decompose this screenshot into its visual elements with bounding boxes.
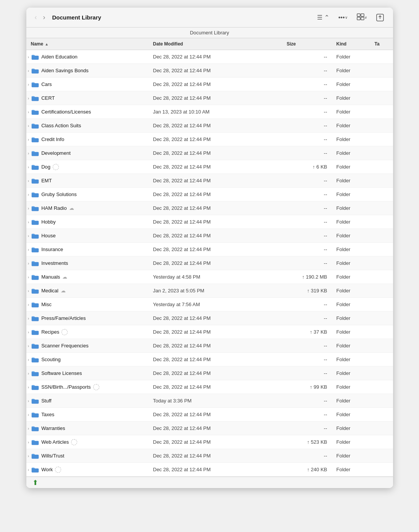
table-row[interactable]: › Aiden EducationDec 28, 2022 at 12:44 P… [26, 50, 393, 64]
svg-rect-0 [357, 14, 360, 16]
list-view-button[interactable]: ☰ ⌃ [314, 12, 332, 23]
expand-chevron-icon[interactable]: › [28, 165, 29, 169]
folder-icon [31, 425, 39, 431]
table-row[interactable]: › StuffToday at 3:36 PM--Folder [26, 394, 393, 408]
table-row[interactable]: › HobbyDec 28, 2022 at 12:44 PM--Folder [26, 215, 393, 229]
expand-chevron-icon[interactable]: › [28, 178, 29, 183]
folder-name-label: Scanner Frequencies [41, 343, 89, 349]
row-size-cell: -- [282, 369, 332, 378]
folder-name-label: Insurance [41, 247, 63, 252]
expand-chevron-icon[interactable]: › [28, 220, 29, 224]
table-row[interactable]: › Credit InfoDec 28, 2022 at 12:44 PM--F… [26, 133, 393, 146]
expand-chevron-icon[interactable]: › [28, 289, 29, 293]
expand-chevron-icon[interactable]: › [28, 330, 29, 334]
expand-chevron-icon[interactable]: › [28, 385, 29, 389]
table-row[interactable]: › EMTDec 28, 2022 at 12:44 PM--Folder [26, 174, 393, 188]
expand-chevron-icon[interactable]: › [28, 467, 29, 472]
table-row[interactable]: › Web ArticlesDec 28, 2022 at 12:44 PM↑ … [26, 435, 393, 449]
table-row[interactable]: › TaxesDec 28, 2022 at 12:44 PM--Folder [26, 408, 393, 422]
expand-chevron-icon[interactable]: › [28, 426, 29, 431]
row-name-cell: › Manuals☁ [26, 272, 149, 282]
table-row[interactable]: › DevelopmentDec 28, 2022 at 12:44 PM--F… [26, 146, 393, 160]
table-row[interactable]: › WarrantiesDec 28, 2022 at 12:44 PM--Fo… [26, 422, 393, 435]
expand-chevron-icon[interactable]: › [28, 234, 29, 238]
row-tag-cell [370, 427, 393, 430]
table-row[interactable]: › Medical☁Jan 2, 2023 at 5:05 PM↑ 319 KB… [26, 284, 393, 298]
expand-chevron-icon[interactable]: › [28, 344, 29, 348]
row-kind-cell: Folder [332, 272, 370, 281]
row-tag-cell [370, 234, 393, 237]
table-row[interactable]: › Scanner FrequenciesDec 28, 2022 at 12:… [26, 339, 393, 353]
expand-chevron-icon[interactable]: › [28, 261, 29, 266]
row-size-cell: -- [282, 259, 332, 268]
share-button[interactable] [373, 12, 387, 23]
table-row[interactable]: › WorkDec 28, 2022 at 12:44 PM↑ 240 KBFo… [26, 463, 393, 477]
table-row[interactable]: › MiscYesterday at 7:56 AM--Folder [26, 298, 393, 311]
table-row[interactable]: › ScoutingDec 28, 2022 at 12:44 PM--Fold… [26, 353, 393, 367]
table-row[interactable]: › Certifications/LicensesJan 13, 2023 at… [26, 105, 393, 119]
table-row[interactable]: › InvestmentsDec 28, 2022 at 12:44 PM--F… [26, 256, 393, 270]
expand-chevron-icon[interactable]: › [28, 412, 29, 417]
table-row[interactable]: › Wills/TrustDec 28, 2022 at 12:44 PM--F… [26, 449, 393, 463]
row-date-cell: Dec 28, 2022 at 12:44 PM [149, 259, 282, 268]
expand-chevron-icon[interactable]: › [28, 399, 29, 403]
expand-chevron-icon[interactable]: › [28, 82, 29, 87]
folder-name-label: Investments [41, 260, 68, 266]
folder-icon [31, 247, 39, 253]
row-date-cell: Jan 13, 2023 at 10:10 AM [149, 107, 282, 116]
row-tag-cell [370, 317, 393, 320]
row-tag-cell [370, 124, 393, 127]
table-row[interactable]: › Gruby SolutionsDec 28, 2022 at 12:44 P… [26, 188, 393, 201]
folder-name-label: CERT [41, 95, 55, 101]
expand-chevron-icon[interactable]: › [28, 357, 29, 362]
row-size-cell: ↑ 99 KB [282, 383, 332, 391]
expand-chevron-icon[interactable]: › [28, 192, 29, 197]
expand-chevron-icon[interactable]: › [28, 302, 29, 307]
row-size-cell: ↑ 6 KB [282, 162, 332, 171]
folder-icon [31, 315, 39, 321]
expand-chevron-icon[interactable]: › [28, 151, 29, 156]
table-row[interactable]: › Software LicensesDec 28, 2022 at 12:44… [26, 367, 393, 380]
expand-chevron-icon[interactable]: › [28, 110, 29, 114]
expand-chevron-icon[interactable]: › [28, 371, 29, 376]
folder-icon [31, 219, 39, 225]
partial-sync-icon [93, 384, 99, 390]
table-row[interactable]: › Aiden Savings BondsDec 28, 2022 at 12:… [26, 64, 393, 78]
action-menu-button[interactable]: ••• ∨ [335, 13, 351, 23]
table-row[interactable]: › InsuranceDec 28, 2022 at 12:44 PM--Fol… [26, 243, 393, 256]
table-row[interactable]: › SSN/Birth.../PassportsDec 28, 2022 at … [26, 380, 393, 394]
th-tag: Ta [370, 40, 393, 48]
back-button[interactable]: ‹ [32, 13, 39, 22]
row-name-cell: › Work [26, 465, 149, 474]
row-tag-cell [370, 55, 393, 58]
table-row[interactable]: › RecipesDec 28, 2022 at 12:44 PM↑ 37 KB… [26, 325, 393, 339]
expand-chevron-icon[interactable]: › [28, 206, 29, 211]
table-row[interactable]: › Press/Fame/ArticlesDec 28, 2022 at 12:… [26, 311, 393, 325]
table-row[interactable]: › DogDec 28, 2022 at 12:44 PM↑ 6 KBFolde… [26, 160, 393, 174]
row-date-cell: Dec 28, 2022 at 12:44 PM [149, 355, 282, 364]
expand-chevron-icon[interactable]: › [28, 275, 29, 279]
expand-chevron-icon[interactable]: › [28, 123, 29, 128]
expand-chevron-icon[interactable]: › [28, 55, 29, 59]
table-row[interactable]: › HouseDec 28, 2022 at 12:44 PM--Folder [26, 229, 393, 243]
forward-button[interactable]: › [41, 13, 48, 22]
expand-chevron-icon[interactable]: › [28, 454, 29, 458]
expand-chevron-icon[interactable]: › [28, 137, 29, 142]
expand-chevron-icon[interactable]: › [28, 96, 29, 101]
view-options-button[interactable]: ∨ [354, 12, 370, 23]
expand-chevron-icon[interactable]: › [28, 247, 29, 252]
table-row[interactable]: › Manuals☁Yesterday at 4:58 PM↑ 190.2 MB… [26, 270, 393, 284]
table-row[interactable]: › CarsDec 28, 2022 at 12:44 PM--Folder [26, 78, 393, 91]
row-kind-cell: Folder [332, 465, 370, 474]
row-kind-cell: Folder [332, 190, 370, 199]
expand-chevron-icon[interactable]: › [28, 68, 29, 73]
row-size-cell: -- [282, 300, 332, 309]
folder-name-label: Work [41, 467, 53, 472]
expand-chevron-icon[interactable]: › [28, 316, 29, 321]
th-name[interactable]: Name ▲ [26, 40, 149, 48]
expand-chevron-icon[interactable]: › [28, 440, 29, 444]
table-row[interactable]: › HAM Radio☁Dec 28, 2022 at 12:44 PM--Fo… [26, 201, 393, 215]
table-row[interactable]: › CERTDec 28, 2022 at 12:44 PM--Folder [26, 91, 393, 105]
table-row[interactable]: › Class Action SuitsDec 28, 2022 at 12:4… [26, 119, 393, 133]
row-name-cell: › House [26, 231, 149, 240]
